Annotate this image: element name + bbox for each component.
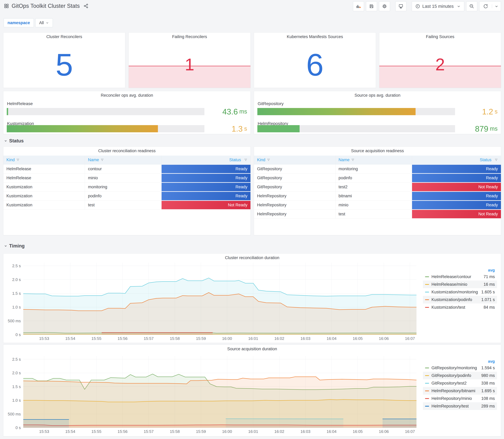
svg-text:16:01: 16:01 [248, 429, 258, 434]
series-color-dash [425, 367, 429, 368]
stat-value: 5 [3, 49, 125, 80]
panel-title[interactable]: Cluster reconciliation duration [3, 256, 501, 260]
time-range-picker[interactable]: Last 15 minutes [412, 1, 464, 11]
legend-item[interactable]: HelmRelease/minio16 ms [423, 280, 497, 288]
section-label: Timing [9, 243, 25, 249]
panel-title[interactable]: Kubernetes Manifests Sources [254, 34, 376, 39]
cell-name: monitoring [335, 164, 412, 173]
section-row-status[interactable]: Status [4, 138, 24, 144]
legend-stat-header[interactable]: avg [423, 359, 497, 364]
svg-text:16:03: 16:03 [300, 336, 310, 341]
table-row: GitRepository podinfo Ready [254, 173, 501, 183]
svg-text:16:02: 16:02 [274, 429, 284, 434]
panel-failing-reconcilers: Failing Reconcilers 1 [129, 32, 251, 88]
table-row: Kustomization test Not Ready [3, 201, 250, 209]
column-header-status[interactable]: Status [412, 156, 501, 164]
panel-title[interactable]: Failing Reconcilers [129, 34, 250, 39]
gauge-value: 879ms [449, 125, 498, 132]
section-row-timing[interactable]: Timing [4, 243, 25, 249]
dashboard-settings-button[interactable] [379, 1, 390, 11]
chart-legend: avg HelmRelease/contour71 ms HelmRelease… [423, 267, 497, 311]
refresh-interval-dropdown[interactable] [492, 4, 501, 8]
legend-item[interactable]: HelmRepository/bitnami1.695 s [423, 387, 497, 395]
panel-title[interactable]: Cluster reconciliation readiness [3, 148, 250, 153]
table-header: Kind Name Status [254, 156, 501, 164]
svg-text:16:03: 16:03 [300, 429, 310, 434]
svg-text:15:55: 15:55 [91, 429, 101, 434]
panel-title[interactable]: Source acquisition duration [3, 347, 501, 351]
monitor-icon [398, 4, 404, 9]
cell-status: Ready [412, 192, 501, 200]
cell-kind: Kustomization [3, 183, 85, 191]
funnel-icon[interactable] [16, 158, 20, 162]
zoom-out-button[interactable] [466, 1, 477, 11]
chart-legend: avg GitRepository/monitoring1.594 s GitR… [423, 359, 497, 410]
variable-value-dropdown[interactable]: All [35, 18, 53, 27]
legend-item[interactable]: GitRepository/podinfo980 ms [423, 372, 497, 379]
legend-item[interactable]: Kustomization/podinfo1.071 s [423, 296, 497, 304]
funnel-icon[interactable] [267, 158, 270, 162]
dashboard-grid-icon[interactable] [4, 3, 9, 9]
svg-text:16:07: 16:07 [405, 429, 415, 434]
chevron-down-icon [4, 244, 7, 248]
cell-status: Ready [161, 183, 250, 191]
column-header-status[interactable]: Status [161, 156, 250, 164]
column-header-kind[interactable]: Kind [254, 156, 335, 164]
cell-name: bitnami [335, 192, 412, 200]
status-badge: Ready [412, 201, 501, 209]
gauge-track [7, 125, 204, 132]
series-color-dash [425, 398, 429, 399]
cell-name: monitoring [85, 183, 161, 191]
cycle-view-button[interactable] [395, 1, 406, 11]
funnel-icon[interactable] [244, 158, 247, 162]
legend-item[interactable]: GitRepository/test2338 ms [423, 379, 497, 387]
magnifier-minus-icon [469, 4, 474, 9]
time-series-plot[interactable]: 0 s500 ms1.0 s1.5 s2.0 s2.5 s15:5315:541… [3, 352, 419, 436]
funnel-icon[interactable] [100, 158, 104, 162]
series-color-dash [425, 292, 429, 293]
time-series-plot[interactable]: 0 s500 ms1.0 s1.5 s2.0 s2.5 s15:5315:541… [3, 261, 419, 342]
legend-item[interactable]: Kustomization/monitoring1.605 s [423, 288, 497, 296]
funnel-icon[interactable] [351, 158, 355, 162]
legend-item[interactable]: HelmRepository/minio108 ms [423, 395, 497, 402]
legend-stat-header[interactable]: avg [423, 267, 497, 273]
legend-item[interactable]: Kustomization/test84 ms [423, 304, 497, 311]
column-header-name[interactable]: Name [335, 156, 412, 164]
svg-text:0 s: 0 s [15, 332, 21, 337]
table-body: GitRepository monitoring Ready GitReposi… [254, 164, 501, 219]
cell-kind: HelmRepository [254, 192, 335, 200]
share-icon[interactable] [83, 3, 89, 9]
panel-title[interactable]: Source ops avg. duration [254, 93, 501, 98]
refresh-button[interactable] [479, 4, 492, 9]
svg-text:1.5 s: 1.5 s [12, 291, 21, 296]
svg-text:16:07: 16:07 [405, 336, 415, 341]
table-body: HelmRelease contour Ready HelmRelease mi… [3, 164, 250, 209]
legend-item[interactable]: HelmRelease/contour71 ms [423, 273, 497, 280]
funnel-icon[interactable] [494, 158, 498, 162]
panel-source-ops-avg-duration: Source ops avg. duration GitRepository 1… [254, 91, 501, 134]
svg-text:15:55: 15:55 [91, 336, 101, 341]
column-header-name[interactable]: Name [85, 156, 161, 164]
variable-value: All [39, 21, 44, 25]
legend-item[interactable]: HelmRepository/test289 ms [423, 402, 497, 410]
svg-text:0 s: 0 s [15, 425, 21, 430]
status-badge: Not Ready [161, 201, 250, 209]
panel-failing-sources: Failing Sources 2 [379, 32, 501, 88]
panel-title[interactable]: Failing Sources [379, 34, 501, 39]
panel-cluster-reconciliation-duration: Cluster reconciliation duration 0 s500 m… [3, 254, 501, 343]
cell-kind: GitRepository [254, 173, 335, 182]
cell-kind: GitRepository [254, 164, 335, 173]
cell-kind: HelmRelease [3, 164, 85, 173]
panel-title[interactable]: Reconciler ops avg. duration [3, 93, 250, 98]
panel-title[interactable]: Source acquisition readiness [254, 148, 501, 153]
table-row: GitRepository monitoring Ready [254, 164, 501, 173]
panel-cluster-reconcilers: Cluster Reconcilers 5 [3, 32, 125, 88]
svg-text:16:02: 16:02 [274, 336, 284, 341]
column-header-kind[interactable]: Kind [3, 156, 85, 164]
add-panel-button[interactable] [353, 1, 364, 11]
legend-item[interactable]: GitRepository/monitoring1.594 s [423, 364, 497, 372]
series-color-dash [425, 307, 429, 308]
save-dashboard-button[interactable] [366, 1, 377, 11]
cell-status: Not Ready [412, 209, 501, 219]
panel-title[interactable]: Cluster Reconcilers [3, 34, 125, 39]
